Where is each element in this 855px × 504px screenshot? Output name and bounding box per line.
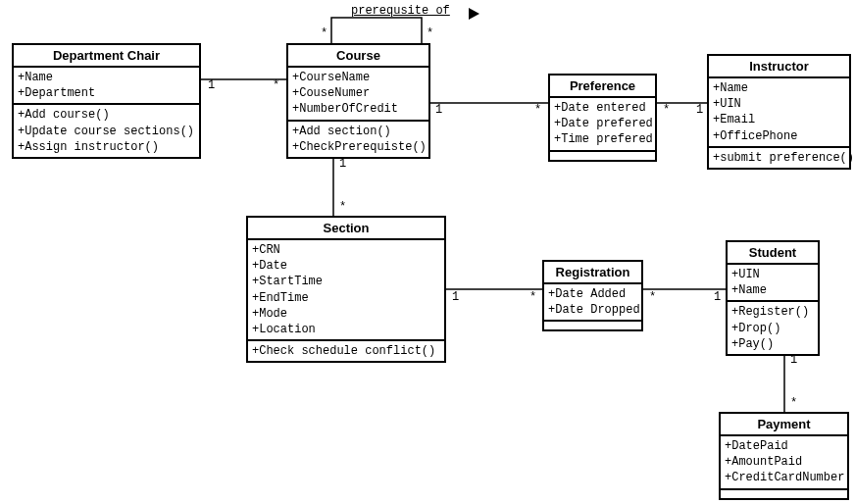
attr: +Date prefered: [554, 117, 653, 130]
class-title: Student: [728, 242, 818, 265]
attr: +DatePaid: [725, 439, 788, 453]
mult: 1: [435, 103, 442, 117]
ops: +Add section() +CheckPrerequiste(): [288, 122, 428, 157]
attr: +NumberOfCredit: [292, 102, 398, 116]
attr: +UIN: [713, 97, 741, 111]
attrs: +DatePaid +AmountPaid +CreditCardNumber: [721, 436, 847, 490]
class-registration: Registration +Date Added +Date Dropped: [542, 260, 643, 331]
attr: +Mode: [252, 307, 287, 321]
mult: *: [663, 103, 670, 117]
class-title: Payment: [721, 414, 847, 436]
class-preference: Preference +Date entered +Date prefered …: [548, 74, 657, 162]
attr: +UIN: [731, 268, 760, 281]
attr: +Date: [252, 259, 287, 273]
attr: +Date Dropped: [548, 303, 640, 317]
mult: *: [790, 396, 797, 410]
class-title: Preference: [550, 76, 655, 98]
mult: *: [321, 26, 327, 40]
ops-empty: [721, 490, 847, 498]
attr: +EndTime: [252, 291, 309, 305]
class-title: Course: [288, 45, 428, 68]
ops: +Check schedule conflict(): [248, 341, 444, 361]
attr: +Location: [252, 323, 316, 336]
assoc-label-prerequisite: prerequsite of: [351, 4, 450, 18]
attr: +Email: [713, 113, 755, 126]
attr: +Time prefered: [554, 132, 653, 146]
class-instructor: Instructor +Name +UIN +Email +OfficePhon…: [707, 54, 851, 170]
op: +Add course(): [18, 108, 110, 122]
attr: +CourseName: [292, 71, 370, 84]
op: +Pay(): [731, 337, 774, 351]
attr: +CouseNumer: [292, 86, 370, 100]
attr: +Name: [731, 283, 767, 297]
mult: *: [427, 26, 433, 40]
class-student: Student +UIN +Name +Register() +Drop() +…: [726, 240, 820, 356]
attr: +CreditCardNumber: [725, 471, 844, 484]
mult: 1: [696, 103, 703, 117]
attr: +StartTime: [252, 275, 323, 288]
attrs: +Name +Department: [14, 68, 199, 105]
mult: 1: [714, 290, 721, 304]
svg-marker-1: [469, 8, 479, 20]
attrs: +CRN +Date +StartTime +EndTime +Mode +Lo…: [248, 240, 444, 341]
class-payment: Payment +DatePaid +AmountPaid +CreditCar…: [719, 412, 849, 500]
mult: 1: [208, 78, 215, 92]
mult: 1: [339, 157, 346, 171]
class-title: Registration: [544, 262, 641, 284]
mult: *: [534, 103, 541, 117]
attr: +Date entered: [554, 101, 646, 115]
attr: +Date Added: [548, 287, 626, 301]
op: +CheckPrerequiste(): [292, 140, 427, 154]
ops: +Add course() +Update course sections() …: [14, 105, 199, 157]
attr: +CRN: [252, 243, 280, 257]
mult: 1: [790, 353, 797, 367]
ops-empty: [544, 322, 641, 329]
ops-empty: [550, 152, 655, 160]
attr: +AmountPaid: [725, 455, 802, 469]
class-title: Department Chair: [14, 45, 199, 68]
op: +Register(): [731, 305, 809, 319]
attrs: +Date entered +Date prefered +Time prefe…: [550, 98, 655, 152]
op: +submit preference(): [713, 151, 854, 165]
op: +Assign instructor(): [18, 140, 159, 154]
attr: +OfficePhone: [713, 129, 797, 143]
attr: +Department: [18, 86, 95, 100]
mult: 1: [452, 290, 459, 304]
class-section: Section +CRN +Date +StartTime +EndTime +…: [246, 216, 446, 363]
attr: +Name: [713, 81, 748, 95]
mult: *: [529, 290, 536, 304]
op: +Add section(): [292, 125, 391, 138]
attrs: +UIN +Name: [728, 265, 818, 302]
ops: +submit preference(): [709, 148, 849, 168]
attrs: +Date Added +Date Dropped: [544, 284, 641, 322]
class-title: Section: [248, 218, 444, 240]
class-title: Instructor: [709, 56, 849, 78]
attr: +Name: [18, 71, 53, 84]
op: +Update course sections(): [18, 125, 194, 138]
attrs: +Name +UIN +Email +OfficePhone: [709, 78, 849, 148]
mult: *: [649, 290, 656, 304]
attrs: +CourseName +CouseNumer +NumberOfCredit: [288, 68, 428, 122]
op: +Drop(): [731, 322, 780, 335]
mult: *: [273, 78, 279, 92]
mult: *: [339, 200, 346, 214]
op: +Check schedule conflict(): [252, 344, 435, 358]
class-course: Course +CourseName +CouseNumer +NumberOf…: [286, 43, 430, 159]
ops: +Register() +Drop() +Pay(): [728, 302, 818, 354]
class-department-chair: Department Chair +Name +Department +Add …: [12, 43, 201, 159]
